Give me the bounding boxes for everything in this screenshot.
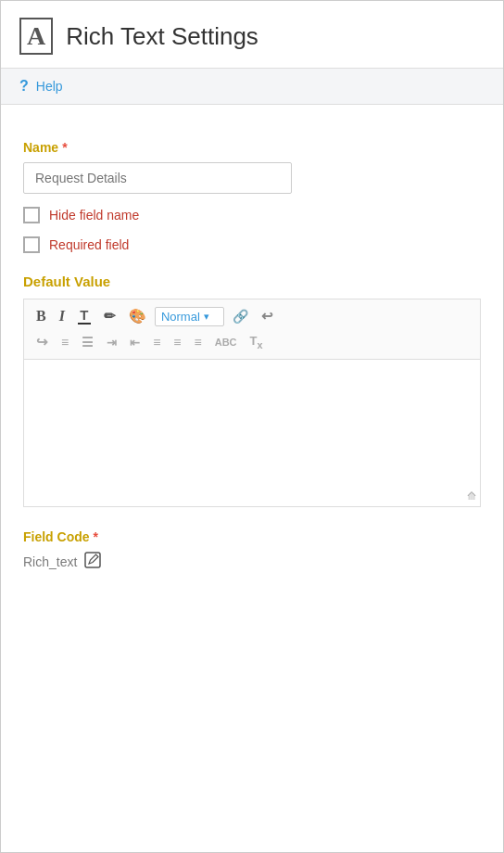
toolbar-row-2: ↪ ≡ ☰ ⇥ ⇤ ≡ ≡ (32, 331, 472, 353)
indent-increase-icon: ⇥ (107, 336, 117, 350)
resize-handle: ⟰ (467, 490, 476, 503)
required-field-checkbox[interactable] (23, 236, 40, 253)
required-field-row: Required field (23, 236, 481, 253)
help-icon: ? (19, 78, 29, 95)
underline-button[interactable]: T (73, 305, 95, 327)
unordered-list-button[interactable]: ≡ (57, 332, 73, 352)
field-code-label: Field Code* (23, 529, 481, 544)
help-bar[interactable]: ? Help (1, 69, 503, 105)
palette-button[interactable]: 🎨 (124, 305, 151, 327)
align-right-icon: ≡ (195, 335, 202, 350)
undo-icon: ↩ (261, 308, 273, 325)
align-center-button[interactable]: ≡ (169, 332, 185, 352)
abc-icon: ABC (215, 337, 237, 348)
default-value-label: Default Value (23, 274, 481, 289)
ul-icon: ≡ (61, 335, 69, 350)
bold-button[interactable]: B (32, 305, 51, 327)
page-header: A Rich Text Settings (1, 1, 503, 69)
ordered-list-button[interactable]: ☰ (77, 332, 98, 352)
name-input[interactable] (23, 162, 292, 194)
pen-button[interactable]: ✏ (99, 305, 120, 327)
field-code-required-star: * (94, 529, 98, 544)
rich-text-toolbar: B I T ✏ 🎨 Normal (23, 299, 481, 359)
clear-format-icon: Tx (250, 334, 263, 350)
link-icon: 🔗 (233, 309, 248, 324)
page-title: Rich Text Settings (66, 22, 258, 51)
redo-button[interactable]: ↪ (32, 331, 53, 353)
align-right-button[interactable]: ≡ (190, 332, 207, 352)
header-icon: A (19, 18, 53, 55)
help-link[interactable]: Help (36, 79, 63, 94)
default-value-section: Default Value B I T ✏ (23, 274, 481, 507)
undo-button[interactable]: ↩ (257, 305, 278, 327)
hide-field-name-label: Hide field name (49, 208, 139, 223)
italic-button[interactable]: I (55, 305, 69, 327)
settings-content: Name* Hide field name Required field Def… (1, 105, 503, 591)
format-dropdown[interactable]: Normal ▾ (155, 307, 224, 326)
field-code-edit-icon[interactable] (84, 552, 101, 572)
field-code-section: Field Code* Rich_text (23, 529, 481, 572)
indent-increase-button[interactable]: ⇥ (102, 333, 121, 352)
format-dropdown-label: Normal (161, 310, 200, 324)
field-code-value-row: Rich_text (23, 552, 481, 572)
svg-rect-0 (85, 553, 100, 567)
name-label: Name* (23, 140, 481, 155)
palette-icon: 🎨 (129, 308, 146, 325)
field-code-value: Rich_text (23, 554, 77, 569)
clear-format-button[interactable]: Tx (246, 331, 268, 353)
name-section: Name* (23, 140, 481, 194)
redo-icon: ↪ (36, 334, 48, 350)
required-field-label: Required field (49, 237, 129, 252)
align-center-icon: ≡ (173, 335, 181, 350)
indent-decrease-button[interactable]: ⇤ (125, 333, 145, 352)
align-left-button[interactable]: ≡ (148, 332, 165, 352)
hide-field-name-checkbox[interactable] (23, 207, 40, 223)
indent-decrease-icon: ⇤ (130, 336, 140, 350)
align-left-icon: ≡ (153, 335, 160, 350)
abc-button[interactable]: ABC (210, 334, 242, 350)
name-required-star: * (62, 140, 67, 155)
hide-field-name-row: Hide field name (23, 207, 481, 223)
ol-icon: ☰ (82, 335, 94, 350)
toolbar-row-1: B I T ✏ 🎨 Normal (32, 305, 472, 327)
link-button[interactable]: 🔗 (228, 306, 253, 326)
rich-text-editor[interactable]: ⟰ (23, 359, 481, 507)
dropdown-arrow-icon: ▾ (204, 311, 209, 323)
pen-icon: ✏ (104, 308, 116, 325)
